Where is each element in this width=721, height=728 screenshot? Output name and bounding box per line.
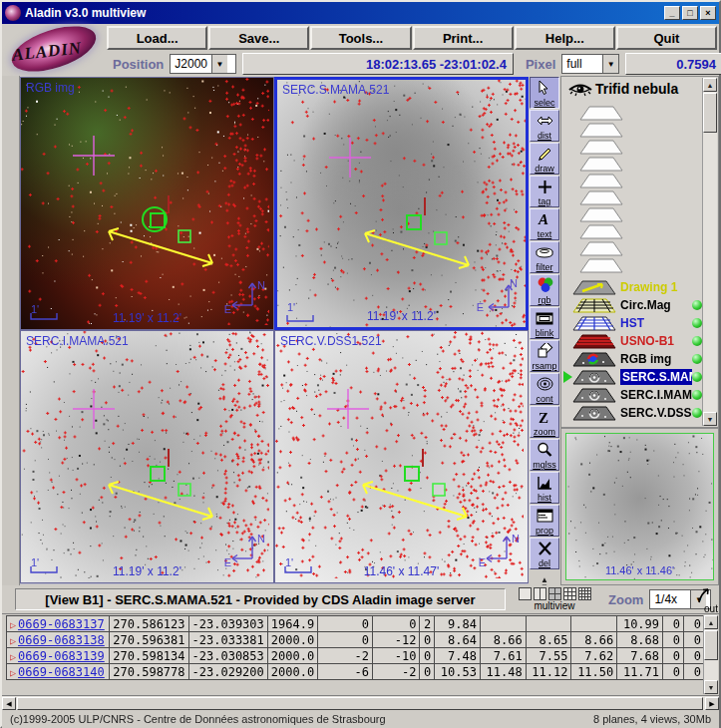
distance-arrow[interactable] [109,482,212,520]
scroll-right-icon[interactable]: ▶ [705,697,719,710]
distance-arrow[interactable] [363,482,467,520]
row-triangle-icon[interactable]: ▷ [10,635,16,646]
square-marker[interactable] [151,213,165,227]
app-icon [5,5,21,21]
mglss-tool-button[interactable]: mglss [530,439,559,471]
menu-button-save[interactable]: Save... [208,26,309,50]
text-tool-button[interactable]: Atext [530,208,559,240]
square-marker[interactable] [433,484,445,496]
plane-status-ball-icon[interactable] [692,408,702,418]
source-id-link[interactable]: 0669-0683140 [18,665,105,679]
multiview-4-icon[interactable] [548,587,561,600]
scrollbar-thumb[interactable] [703,93,717,133]
menu-button-tools[interactable]: Tools... [310,26,411,50]
chevron-down-icon[interactable]: ▼ [211,55,227,73]
multiview-2-icon[interactable] [534,587,546,600]
plane-item-rgb-img[interactable]: RGB img [561,350,704,368]
view-serc-v-dss1-521[interactable]: SERC.V.DSS1.52111.46' x 11.47'1'EN [274,330,529,583]
zoom-tool-button[interactable]: Zzoom [530,406,559,438]
cont-tool-button[interactable]: cont [530,373,559,405]
plane-status-ball-icon[interactable] [692,390,702,400]
blink-tool-button[interactable]: blink [530,307,559,339]
pixel-select[interactable]: full ▼ [561,54,619,74]
plane-item-serc-i-mam-[interactable]: SERC.I.MAM. [561,386,704,404]
coordinates-field[interactable]: 18:02:13.65 -23:01:02.4 [242,53,514,75]
table-cell [571,616,617,632]
table-cell: 9.84 [435,616,481,632]
plane-stack-panel: Trifid nebula Drawing 1Circ.MagHSTUSNO-B… [560,76,719,428]
scroll-down-icon[interactable]: ▼ [703,412,717,426]
zoom-out-icon[interactable] [695,585,715,605]
close-button[interactable]: × [700,6,716,20]
plane-item-serc-s-mam[interactable]: SERC.S.MAM [561,368,704,386]
dist-tool-button[interactable]: dist [530,110,559,142]
table-cell: 270.598778 [110,664,188,680]
table-cell: 270.598134 [110,648,188,664]
square-marker[interactable] [435,232,447,244]
source-id-link[interactable]: 0669-0683137 [18,617,105,631]
scroll-down-icon[interactable]: ▼ [704,680,718,694]
plane-status-ball-icon[interactable] [692,354,702,364]
prop-tool-button[interactable]: prop [530,505,559,537]
scroll-up-icon[interactable]: ▲ [704,615,718,629]
table-scrollbar[interactable]: ▲ ▼ [703,615,718,694]
scrollbar-thumb[interactable] [17,697,703,710]
source-id-link[interactable]: 0669-0683139 [18,649,105,663]
multiview-9-icon[interactable] [563,587,576,600]
square-marker[interactable] [179,484,190,496]
maximize-button[interactable]: □ [682,6,698,20]
source-id-link[interactable]: 0669-0683138 [18,633,105,647]
distance-arrow[interactable] [109,228,212,266]
view-serc-i-mama-521[interactable]: SERC.I.MAMA.52111.19' x 11.2'1'EN [20,330,274,583]
draw-tool-button[interactable]: draw [530,143,559,175]
horizontal-scrollbar[interactable]: ◀ ▶ [2,695,719,710]
view-rgb-img[interactable]: RGB img11.19' x 11.2'1'EN [20,77,274,330]
thumbnail-image[interactable]: 11.46' x 11.46' [565,433,714,580]
scrollbar-thumb[interactable] [704,630,718,660]
plane-item-drawing-1[interactable]: Drawing 1 [561,278,704,296]
del-tool-button[interactable]: del [530,538,559,569]
plane-status-ball-icon[interactable] [692,318,702,328]
pixel-value-field[interactable]: 0.7594 [625,53,721,75]
rgb-tool-button[interactable]: rgb [530,274,559,306]
multiview-grid: RGB img11.19' x 11.2'1'ENSERC.S.MAMA.521… [20,77,529,584]
chevron-down-icon[interactable]: ▼ [602,55,618,73]
selec-tool-button[interactable]: selec [530,77,559,109]
multiview-16-icon[interactable] [578,587,591,600]
plane-item-circ-mag[interactable]: Circ.Mag [561,296,704,314]
stack-scrollbar[interactable]: ▲ ▼ [702,78,717,426]
tag-tool-button[interactable]: tag [530,176,559,207]
frame-select[interactable]: J2000 ▼ [170,54,236,74]
row-triangle-icon[interactable]: ▷ [10,619,16,630]
minimize-button[interactable]: _ [664,6,680,20]
plane-status-ball-icon[interactable] [692,372,702,382]
square-marker[interactable] [407,215,421,229]
square-marker[interactable] [179,230,190,242]
table-cell: 7.55 [526,648,571,664]
pixel-mode-value: full [562,55,602,73]
multiview-1-icon[interactable] [519,587,532,600]
distance-arrow[interactable] [365,230,469,268]
dist-icon [537,111,553,131]
row-triangle-icon[interactable]: ▷ [10,651,16,662]
plane-item-usno-b1[interactable]: USNO-B1 [561,332,704,350]
scroll-left-icon[interactable]: ◀ [2,697,16,710]
view-serc-s-mama-521[interactable]: SERC.S.MAMA.52111.19' x 11.2'1'EN [274,77,529,330]
menu-button-quit[interactable]: Quit [616,26,717,50]
menu-button-load[interactable]: Load... [107,26,207,50]
rsamp-tool-button[interactable]: rsamp [530,340,559,372]
plane-status-ball-icon[interactable] [692,300,702,310]
plane-item-hst[interactable]: HST [561,314,704,332]
menu-button-help[interactable]: Help... [515,26,615,50]
plane-list: Drawing 1Circ.MagHSTUSNO-B1RGB imgSERC.S… [561,278,704,422]
square-marker[interactable] [151,467,165,481]
plane-status-ball-icon[interactable] [692,336,702,346]
row-triangle-icon[interactable]: ▷ [10,667,16,678]
filter-tool-button[interactable]: filter [530,241,559,273]
hist-tool-button[interactable]: hist [530,472,559,504]
menu-button-print[interactable]: Print... [413,26,514,50]
scroll-up-icon[interactable]: ▲ [703,78,717,92]
square-marker[interactable] [405,467,419,481]
plane-item-serc-v-dss[interactable]: SERC.V.DSS [561,404,704,422]
cont-icon [537,374,553,394]
